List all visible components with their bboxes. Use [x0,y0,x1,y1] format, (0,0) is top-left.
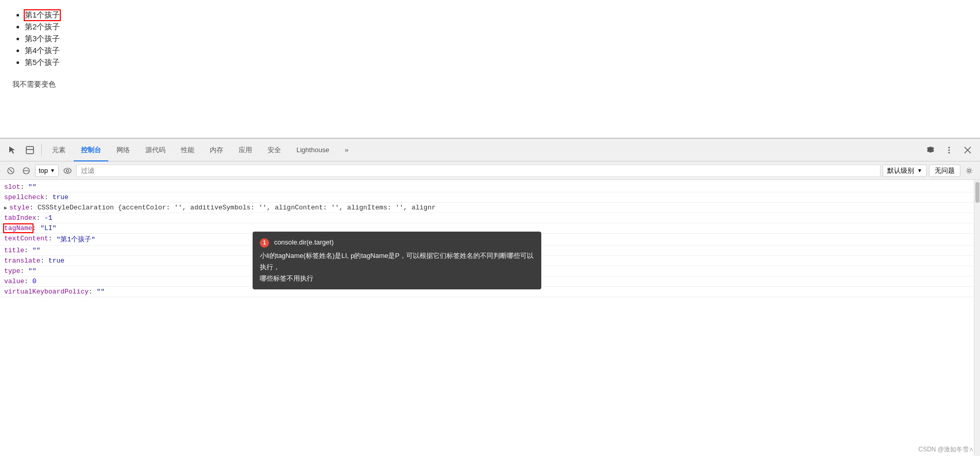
tab-more[interactable]: » [338,139,356,161]
prop-key-spellcheck: spellcheck [4,193,44,201]
prop-key-translate: translate [4,257,40,265]
prop-val-slot: "" [28,183,37,191]
tooltip-line1: 1 console.dir(e.target) [260,237,534,248]
cursor-icon[interactable] [4,142,21,158]
tab-performance[interactable]: 性能 [174,139,202,161]
prop-key-type: type [4,267,20,275]
prop-key-style: style [9,204,29,211]
console-line-spellcheck: spellcheck : true [0,192,974,203]
prop-key-vkp: virtualKeyboardPolicy [4,288,89,296]
list-item-3[interactable]: 第3个孩子 [25,34,968,44]
tooltip-command: console.dir(e.target) [274,238,334,246]
svg-point-12 [64,168,71,173]
prop-key-tabindex: tabIndex [4,214,36,222]
more-options-icon[interactable] [941,142,957,158]
level-label: 默认级别 [887,166,914,175]
tab-memory[interactable]: 内存 [203,139,230,161]
svg-point-14 [968,169,971,172]
tab-lighthouse[interactable]: Lighthouse [289,139,337,161]
close-icon[interactable] [959,142,976,158]
level-selector[interactable]: 默认级别 ▼ [883,165,927,177]
prop-val-vkp: "" [96,288,105,296]
svg-marker-0 [9,146,15,154]
no-issues-btn[interactable]: 无问题 [929,165,960,177]
csdn-watermark: CSDN @激如冬雪∧ [918,445,974,454]
prop-key-tagname: tagName [4,224,32,232]
list-area: 第1个孩子 第2个孩子 第3个孩子 第4个孩子 第5个孩子 我不需要变色 [12,10,968,89]
tooltip-badge: 1 [260,238,269,248]
prop-val-type: "" [28,267,37,275]
first-child-highlight: 第1个孩子 [25,10,60,20]
context-dropdown-arrow: ▼ [50,168,55,173]
prop-val-tagname: "LI" [40,224,56,232]
tab-application[interactable]: 应用 [231,139,259,161]
svg-point-5 [949,152,950,153]
tab-divider-1 [41,144,42,156]
console-tooltip: 1 console.dir(e.target) 小li的tagName(标签姓名… [253,232,541,289]
level-dropdown-arrow: ▼ [917,168,922,173]
svg-rect-2 [26,149,34,150]
prop-key-value: value [4,278,24,285]
filter-input[interactable] [76,165,881,177]
devtools-tab-right [922,142,976,158]
devtools-panel: 元素 控制台 网络 源代码 性能 内存 应用 安全 Lighthouse » [0,138,980,456]
svg-point-4 [949,149,950,151]
block-icon[interactable] [20,164,33,177]
context-label: top [39,167,48,174]
dock-icon[interactable] [22,142,38,158]
tab-security[interactable]: 安全 [260,139,288,161]
child-list: 第1个孩子 第2个孩子 第3个孩子 第4个孩子 第5个孩子 [12,10,968,68]
console-scrollbar[interactable] [974,180,980,456]
tagname-highlight-box: tagName [4,224,32,232]
console-content: slot : "" spellcheck : true ▶ style : CS… [0,180,980,456]
svg-point-3 [949,146,950,148]
list-item-4[interactable]: 第4个孩子 [25,46,968,56]
list-item-2[interactable]: 第2个孩子 [25,22,968,32]
tab-sources[interactable]: 源代码 [138,139,173,161]
prop-key-textcontent: textContent [4,235,48,242]
prop-val-textcontent: "第1个孩子" [56,235,95,244]
prop-val-title: "" [32,247,41,254]
svg-rect-1 [26,146,34,154]
tooltip-line3: 哪些标签不用执行 [260,273,534,284]
console-settings-icon[interactable] [962,164,976,177]
console-line-tabindex: tabIndex : -1 [0,213,974,223]
no-color-text: 我不需要变色 [12,80,968,89]
no-issues-label: 无问题 [935,166,955,175]
list-item-1[interactable]: 第1个孩子 [25,10,968,20]
console-line-slot: slot : "" [0,182,974,192]
prop-val-tabindex: -1 [44,214,53,222]
tab-network[interactable]: 网络 [109,139,137,161]
devtools-tabbar: 元素 控制台 网络 源代码 性能 内存 应用 安全 Lighthouse » [0,139,980,161]
tab-elements[interactable]: 元素 [45,139,73,161]
expand-arrow-style: ▶ [4,205,7,211]
scrollbar-thumb[interactable] [975,182,979,203]
settings-icon[interactable] [922,142,939,158]
list-item-5[interactable]: 第5个孩子 [25,58,968,68]
prop-val-style: CSSStyleDeclaration {accentColor: '', ad… [38,204,436,211]
eye-icon[interactable] [61,164,74,177]
tooltip-line2: 小li的tagName(标签姓名)是LI, p的tagName是P，可以根据它们… [260,250,534,273]
console-toolbar: top ▼ 默认级别 ▼ 无问题 [0,161,980,180]
clear-console-icon[interactable] [4,164,18,177]
svg-line-9 [9,169,12,172]
prop-key-title: title [4,247,24,254]
console-main: slot : "" spellcheck : true ▶ style : CS… [0,180,974,456]
webpage-area: 第1个孩子 第2个孩子 第3个孩子 第4个孩子 第5个孩子 我不需要变色 [0,0,980,138]
prop-key-slot: slot [4,183,20,191]
console-line-style[interactable]: ▶ style : CSSStyleDeclaration {accentCol… [0,203,974,213]
tab-console[interactable]: 控制台 [74,139,108,161]
prop-val-value: 0 [32,278,37,285]
prop-val-translate: true [48,257,64,265]
svg-point-13 [66,169,69,172]
prop-val-spellcheck: true [53,193,69,201]
context-selector[interactable]: top ▼ [35,165,59,177]
